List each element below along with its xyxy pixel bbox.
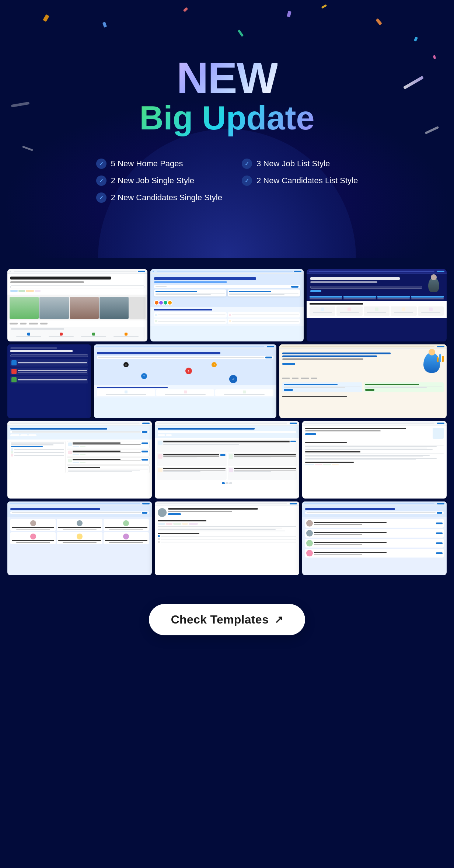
confetti-3 (183, 7, 188, 12)
mock-dot (10, 271, 11, 272)
feature-check-1 (96, 159, 106, 169)
mock-nav-r3c3 (302, 421, 447, 426)
feature-check-4 (242, 176, 252, 186)
features-list: 5 New Home Pages 3 New Job List Style 2 … (96, 159, 358, 203)
screenshots-row-2: A $ ! ? ✓ (7, 344, 447, 418)
feature-check-5 (96, 192, 106, 203)
r1c1-heading (10, 277, 111, 280)
confetti-6 (376, 18, 382, 25)
deco-slash-4 (11, 102, 29, 108)
mock-nav-r1c3 (307, 269, 447, 274)
mock-nav-r1c1 (7, 269, 147, 274)
confetti-9 (321, 4, 327, 9)
mock-nav-r3c1 (7, 421, 152, 426)
confetti-7 (414, 37, 418, 42)
feature-label-5: 2 New Candidates Single Style (111, 193, 222, 202)
mock-nav-r2c2 (94, 344, 276, 349)
screenshot-r4c1 (7, 501, 152, 575)
screenshots-row-4 (7, 501, 447, 575)
deco-slash-2 (425, 126, 439, 134)
feature-label-3: 2 New Job Single Style (111, 176, 194, 185)
screenshots-section: A $ ! ? ✓ (0, 258, 454, 589)
hero-title-new: NEW (177, 56, 277, 100)
mock-nav-r1c2 (150, 269, 303, 274)
screenshot-r1c1 (7, 269, 147, 341)
confetti-8 (433, 55, 436, 59)
check-templates-button[interactable]: Check Templates ↗ (149, 604, 305, 635)
feature-item-1: 5 New Home Pages (96, 159, 212, 169)
deco-slash-3 (22, 146, 33, 151)
feature-label-2: 3 New Job List Style (256, 159, 330, 169)
feature-label-1: 5 New Home Pages (111, 159, 183, 169)
confetti-1 (43, 14, 49, 22)
feature-item-2: 3 New Job List Style (242, 159, 358, 169)
feature-item-4: 2 New Candidates List Style (242, 176, 358, 186)
mock-nav-r4c3 (302, 501, 447, 506)
screenshot-r3c2 (155, 421, 299, 499)
mock-nav-r4c2 (155, 501, 299, 506)
cta-label: Check Templates (171, 613, 269, 626)
screenshot-r1c3 (307, 269, 447, 341)
hero-title-big-update: Big Update (139, 100, 314, 136)
confetti-5 (287, 11, 291, 17)
screenshot-r4c2 (155, 501, 299, 575)
screenshot-r3c1 (7, 421, 152, 499)
r1c1-cats (13, 331, 142, 339)
confetti-4 (238, 29, 244, 37)
mock-nav-r2c3 (279, 344, 447, 349)
mock-nav-r4c1 (7, 501, 152, 506)
screenshot-r1c2 (150, 269, 303, 341)
screenshot-r2c3 (279, 344, 447, 418)
screenshots-row-3 (7, 421, 447, 499)
screenshot-r2c1 (7, 344, 91, 418)
screenshot-r3c3 (302, 421, 447, 499)
feature-item-3: 2 New Job Single Style (96, 176, 212, 186)
r1c1-logos (10, 323, 145, 324)
feature-check-2 (242, 159, 252, 169)
r1c1-search (10, 285, 144, 288)
feature-item-5: 2 New Candidates Single Style (96, 192, 358, 203)
screenshot-r2c2: A $ ! ? ✓ (94, 344, 276, 418)
hero-section: NEW Big Update 5 New Home Pages 3 New Jo… (0, 0, 454, 258)
deco-slash-1 (403, 76, 424, 90)
screenshots-row-1 (7, 269, 447, 341)
confetti-2 (102, 22, 107, 28)
feature-check-3 (96, 176, 106, 186)
cta-section: Check Templates ↗ (0, 589, 454, 657)
mock-nav-r3c2 (155, 421, 299, 426)
feature-label-4: 2 New Candidates List Style (256, 176, 358, 185)
screenshot-r4c3 (302, 501, 447, 575)
r1c1-tags (10, 290, 144, 292)
cta-arrow-icon: ↗ (275, 614, 283, 626)
